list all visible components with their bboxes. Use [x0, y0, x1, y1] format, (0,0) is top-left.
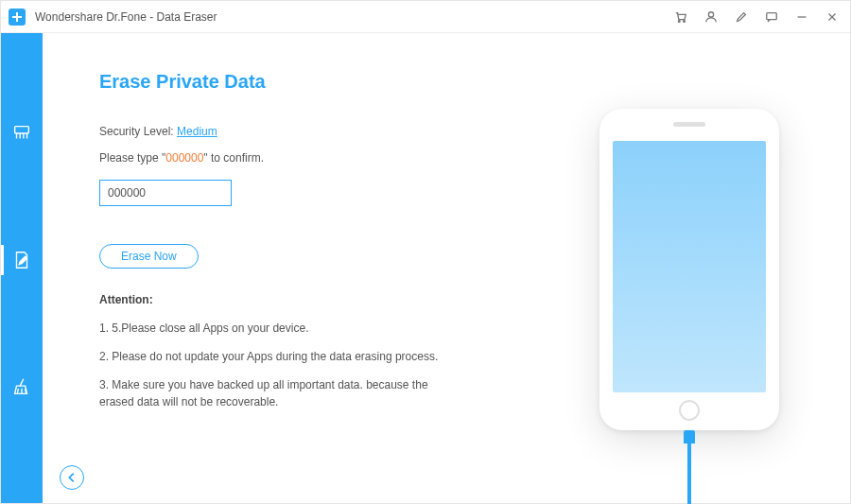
broom-icon: [11, 376, 32, 397]
pencil-icon[interactable]: [733, 9, 750, 26]
confirm-instruction: Please type "000000" to confirm.: [99, 151, 500, 165]
window-title: Wondershare Dr.Fone - Data Eraser: [35, 10, 217, 24]
plus-icon: [11, 11, 23, 23]
phone-home-button: [679, 400, 700, 421]
cable: [687, 430, 691, 504]
confirm-suffix: " to confirm.: [203, 151, 264, 165]
svg-rect-9: [15, 127, 29, 133]
svg-rect-5: [767, 12, 777, 19]
shredder-icon: [11, 123, 32, 144]
minimize-button[interactable]: [793, 9, 810, 26]
attention-item: 3. Make sure you have backed up all impo…: [99, 376, 459, 410]
security-level: Security Level: Medium: [99, 125, 500, 138]
sidebar-item-erase[interactable]: [1, 239, 43, 281]
app-window: Wondershare Dr.Fone - Data Eraser: [0, 0, 851, 504]
svg-point-4: [708, 11, 713, 16]
titlebar-controls: [672, 9, 841, 26]
sidebar-item-broom[interactable]: [1, 366, 43, 408]
svg-line-14: [17, 389, 18, 394]
sidebar: [1, 33, 43, 503]
arrow-left-icon: [65, 471, 78, 484]
phone-screen: [613, 141, 766, 392]
user-icon[interactable]: [703, 9, 720, 26]
document-edit-icon: [11, 250, 32, 270]
feedback-icon[interactable]: [763, 9, 780, 26]
titlebar: Wondershare Dr.Fone - Data Eraser: [1, 1, 850, 33]
left-pane: Erase Private Data Security Level: Mediu…: [43, 33, 529, 503]
svg-point-3: [684, 20, 686, 22]
security-level-link[interactable]: Medium: [177, 125, 217, 138]
content: Erase Private Data Security Level: Mediu…: [43, 33, 850, 503]
cart-icon[interactable]: [672, 9, 689, 26]
page-title: Erase Private Data: [99, 71, 500, 93]
svg-point-2: [678, 20, 680, 22]
svg-line-16: [26, 389, 26, 394]
erase-now-button[interactable]: Erase Now: [99, 244, 199, 269]
back-button[interactable]: [60, 465, 84, 490]
attention-heading: Attention:: [99, 293, 500, 306]
app-logo: [9, 9, 26, 26]
attention-list: 1. 5.Please close all Apps on your devic…: [99, 320, 459, 410]
security-level-label: Security Level:: [99, 125, 177, 138]
sidebar-item-shredder[interactable]: [1, 113, 43, 154]
confirm-code: 000000: [165, 151, 203, 165]
confirm-prefix: Please type ": [99, 151, 165, 165]
attention-item: 1. 5.Please close all Apps on your devic…: [99, 320, 459, 337]
phone-illustration: [599, 109, 779, 430]
svg-rect-1: [12, 16, 22, 18]
confirm-input[interactable]: [99, 180, 232, 206]
close-button[interactable]: [824, 9, 841, 26]
body: Erase Private Data Security Level: Mediu…: [1, 33, 850, 503]
attention-item: 2. Please do not update your Apps during…: [99, 348, 459, 365]
right-pane: [529, 33, 850, 503]
